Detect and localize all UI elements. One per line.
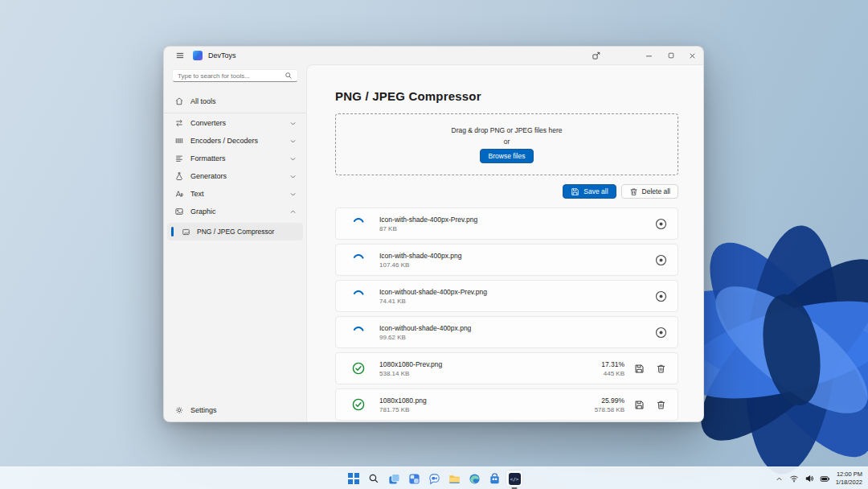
save-icon bbox=[634, 364, 645, 374]
chat-button[interactable] bbox=[426, 471, 442, 487]
trash-icon bbox=[656, 400, 666, 410]
compressed-size: 445 KB bbox=[604, 370, 624, 377]
spinner-icon bbox=[352, 290, 365, 302]
file-row: 1080x1080.png781.75 KB25.99%578.58 KB bbox=[335, 388, 678, 421]
file-row: Icon-with-shade-400px-Prev.png87 KB bbox=[335, 208, 678, 240]
list-actions: Save all Delete all bbox=[335, 184, 678, 199]
delete-file-button[interactable] bbox=[653, 397, 668, 412]
trash-icon bbox=[656, 364, 666, 374]
volume-icon[interactable] bbox=[805, 474, 814, 483]
dropzone[interactable]: Drag & drop PNG or JPEG files here or Br… bbox=[335, 113, 678, 175]
cancel-circle-icon bbox=[655, 254, 667, 266]
file-row: Icon-without-shade-400px.png99.62 KB bbox=[335, 316, 678, 348]
chevron-up-icon bbox=[289, 208, 297, 216]
battery-icon[interactable] bbox=[820, 474, 830, 484]
chevron-down-icon bbox=[289, 120, 297, 127]
chat-icon bbox=[428, 473, 440, 485]
task-view-icon bbox=[388, 473, 400, 485]
file-info: Icon-with-shade-400px.png107.46 KB bbox=[379, 252, 462, 269]
sidebar-item-settings[interactable]: Settings bbox=[167, 401, 303, 420]
save-all-label: Save all bbox=[583, 187, 608, 195]
devtoys-icon: </> bbox=[509, 473, 521, 485]
save-file-button[interactable] bbox=[632, 397, 646, 412]
taskbar-search[interactable] bbox=[366, 471, 382, 487]
task-view-button[interactable] bbox=[386, 471, 402, 487]
browse-files-button[interactable]: Browse files bbox=[480, 149, 534, 163]
search-icon[interactable] bbox=[285, 72, 293, 80]
sidebar-item-png-jpeg-compressor[interactable]: PNG / JPEG Compressor bbox=[167, 223, 303, 240]
widgets-button[interactable] bbox=[406, 471, 422, 487]
delete-all-label: Delete all bbox=[642, 187, 670, 195]
close-icon[interactable] bbox=[682, 47, 703, 64]
cancel-button[interactable] bbox=[653, 216, 668, 231]
sidebar-item-label: Graphic bbox=[190, 208, 216, 216]
file-explorer-button[interactable] bbox=[446, 471, 462, 487]
sidebar-item-text[interactable]: Text bbox=[167, 185, 303, 203]
save-icon bbox=[634, 400, 645, 410]
dropzone-instruction: Drag & drop PNG or JPEG files here bbox=[452, 126, 563, 134]
search-input[interactable] bbox=[178, 72, 285, 80]
sidebar-item-graphic[interactable]: Graphic bbox=[167, 203, 303, 220]
check-circle-icon bbox=[352, 398, 365, 411]
sidebar-item-encoders-decoders[interactable]: Encoders / Decoders bbox=[167, 132, 303, 150]
store-button[interactable] bbox=[486, 471, 502, 487]
save-all-button[interactable]: Save all bbox=[563, 184, 616, 199]
edge-button[interactable] bbox=[466, 471, 482, 487]
compression-result: 25.99%578.58 KB bbox=[595, 397, 624, 413]
saving-percent: 25.99% bbox=[601, 397, 624, 405]
cancel-button[interactable] bbox=[653, 325, 668, 339]
delete-all-button[interactable]: Delete all bbox=[621, 184, 678, 199]
file-name: Icon-with-shade-400px-Prev.png bbox=[379, 216, 477, 224]
spinner-icon bbox=[352, 326, 365, 339]
delete-file-button[interactable] bbox=[653, 361, 668, 376]
home-icon bbox=[174, 97, 184, 106]
cancel-button[interactable] bbox=[653, 253, 668, 267]
chevron-down-icon bbox=[289, 138, 297, 145]
tool-search bbox=[172, 69, 298, 82]
file-name: Icon-with-shade-400px.png bbox=[379, 252, 462, 260]
hamburger-menu-icon[interactable] bbox=[173, 51, 187, 60]
sidebar-item-converters[interactable]: Converters bbox=[167, 114, 303, 132]
chevron-down-icon bbox=[289, 173, 297, 180]
app-title: DevToys bbox=[208, 51, 236, 60]
main-content: PNG / JPEG Compressor Drag & drop PNG or… bbox=[306, 64, 703, 421]
edge-icon bbox=[469, 473, 481, 485]
compact-overlay-icon[interactable] bbox=[585, 47, 607, 64]
file-size: 99.62 KB bbox=[379, 334, 471, 341]
sidebar-item-label: Encoders / Decoders bbox=[190, 137, 258, 145]
clock-time: 12:00 PM bbox=[837, 471, 862, 479]
file-name: 1080x1080-Prev.png bbox=[379, 360, 442, 368]
chevron-down-icon bbox=[289, 191, 297, 198]
check-circle-icon bbox=[352, 362, 365, 375]
chevron-down-icon bbox=[289, 155, 297, 162]
file-name: Icon-without-shade-400px-Prev.png bbox=[379, 288, 487, 296]
image-icon bbox=[174, 207, 184, 216]
taskbar-clock[interactable]: 12:00 PM 1/18/2022 bbox=[836, 471, 862, 487]
devtoys-logo bbox=[193, 51, 203, 60]
gear-icon bbox=[174, 405, 184, 415]
sidebar-item-formatters[interactable]: Formatters bbox=[167, 150, 303, 167]
compressor-icon bbox=[181, 228, 191, 236]
file-explorer-icon bbox=[448, 473, 461, 485]
selected-tool-label: PNG / JPEG Compressor bbox=[197, 228, 274, 236]
sidebar-item-label: Settings bbox=[190, 406, 217, 414]
file-size: 781.75 KB bbox=[379, 406, 427, 413]
system-tray: 12:00 PM 1/18/2022 bbox=[775, 467, 862, 489]
cancel-circle-icon bbox=[655, 218, 667, 230]
wifi-icon[interactable] bbox=[789, 474, 799, 483]
devtoys-taskbar-button[interactable]: </> bbox=[506, 471, 522, 487]
save-file-button[interactable] bbox=[632, 361, 646, 376]
cancel-circle-icon bbox=[655, 290, 667, 302]
start-button[interactable] bbox=[346, 471, 362, 487]
search-icon bbox=[368, 473, 379, 484]
sidebar-item-generators[interactable]: Generators bbox=[167, 167, 303, 185]
file-info: Icon-with-shade-400px-Prev.png87 KB bbox=[379, 216, 477, 232]
minimize-icon[interactable] bbox=[638, 47, 660, 64]
cancel-button[interactable] bbox=[653, 289, 668, 303]
sidebar-item-all-tools[interactable]: All tools bbox=[167, 92, 303, 111]
maximize-icon[interactable] bbox=[660, 47, 682, 64]
tray-chevron-up-icon[interactable] bbox=[775, 475, 784, 483]
page-title: PNG / JPEG Compressor bbox=[335, 89, 678, 103]
sidebar-item-label: All tools bbox=[190, 97, 216, 105]
desktop: DevToys bbox=[0, 0, 868, 489]
